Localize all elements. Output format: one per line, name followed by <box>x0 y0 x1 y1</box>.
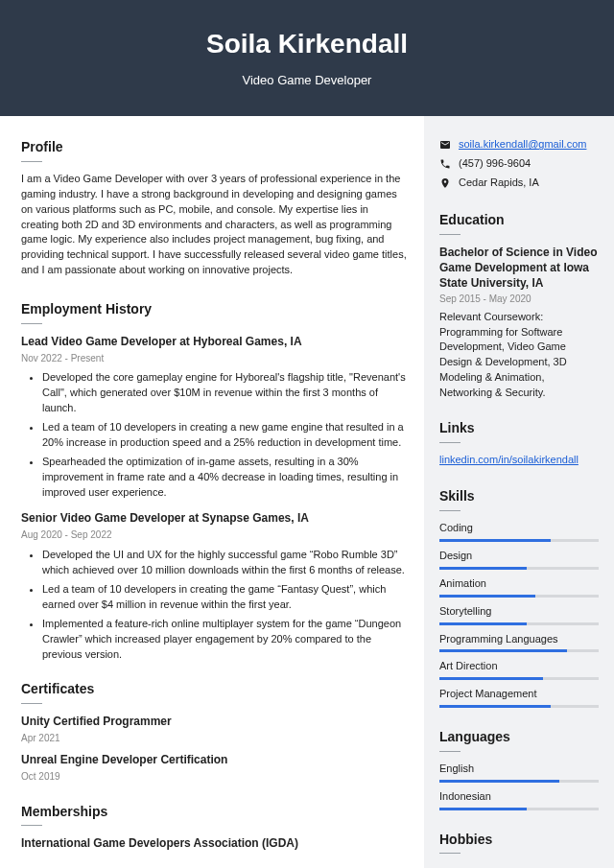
skill-bar-fill <box>439 567 527 570</box>
location-icon <box>439 177 451 189</box>
language-bar-fill <box>439 780 559 783</box>
employment-heading: Employment History <box>21 299 407 318</box>
certificate-entry: Unreal Engine Developer Certification Oc… <box>21 752 407 785</box>
rule <box>439 751 460 752</box>
bullet: Developed the core gameplay engine for H… <box>42 370 407 416</box>
language-bar-fill <box>439 808 527 810</box>
skill-bar <box>439 622 599 625</box>
skill-name: Animation <box>439 576 599 592</box>
job-bullets: Developed the UI and UX for the highly s… <box>21 548 407 663</box>
rule <box>21 161 42 162</box>
language-name: English <box>439 762 599 777</box>
skill-bar-fill <box>439 705 551 708</box>
skill-row: Programming Languages <box>439 632 599 653</box>
bullet: Implemented a feature-rich online multip… <box>42 617 407 663</box>
skill-bar <box>439 567 599 570</box>
rule <box>439 510 460 511</box>
profile-text: I am a Video Game Developer with over 3 … <box>21 172 407 279</box>
skills-heading: Skills <box>439 486 599 505</box>
skill-bar <box>439 677 599 680</box>
certificate-date: Apr 2021 <box>21 732 407 746</box>
hobbies-heading: Hobbies <box>439 830 599 849</box>
contact-location-row: Cedar Rapids, IA <box>439 176 599 191</box>
skill-row: Art Direction <box>439 659 599 680</box>
links-heading: Links <box>439 418 599 437</box>
skill-row: Animation <box>439 576 599 598</box>
phone-icon <box>439 158 451 170</box>
job-title: Senior Video Game Developer at Synapse G… <box>21 510 407 527</box>
skill-bar <box>439 705 599 708</box>
job-entry: Lead Video Game Developer at Hyboreal Ga… <box>21 334 407 501</box>
skill-bar-fill <box>439 677 543 680</box>
language-row: Indonesian <box>439 789 599 810</box>
contact-location: Cedar Rapids, IA <box>459 176 539 191</box>
main-column: Profile I am a Video Game Developer with… <box>0 116 424 868</box>
skill-name: Programming Languages <box>439 632 599 647</box>
skill-name: Art Direction <box>439 659 599 674</box>
job-title: Lead Video Game Developer at Hyboreal Ga… <box>21 334 407 350</box>
job-dates: Nov 2022 - Present <box>21 352 407 366</box>
job-entry: Senior Video Game Developer at Synapse G… <box>21 510 407 662</box>
rule <box>439 234 460 235</box>
bullet: Led a team of 10 developers in creating … <box>42 582 407 613</box>
person-name: Soila Kirkendall <box>10 25 604 64</box>
skill-row: Design <box>439 549 599 570</box>
skill-bar-fill <box>439 539 551 542</box>
job-dates: Aug 2020 - Sep 2022 <box>21 528 407 543</box>
language-row: English <box>439 762 599 783</box>
skill-row: Coding <box>439 521 599 542</box>
contact-email-row: soila.kirkendall@gmail.com <box>439 137 599 152</box>
sidebar-column: soila.kirkendall@gmail.com (457) 996-960… <box>424 116 614 868</box>
education-desc: Relevant Coursework: Programming for Sof… <box>439 310 599 402</box>
person-title: Video Game Developer <box>10 72 604 90</box>
education-degree: Bachelor of Science in Video Game Develo… <box>439 245 599 292</box>
job-bullets: Developed the core gameplay engine for H… <box>21 370 407 501</box>
memberships-heading: Memberships <box>21 802 407 821</box>
header-banner: Soila Kirkendall Video Game Developer <box>0 0 614 116</box>
contact-phone: (457) 996-9604 <box>459 156 531 172</box>
bullet: Developed the UI and UX for the highly s… <box>42 548 407 578</box>
skill-name: Storytelling <box>439 604 599 620</box>
skill-name: Project Management <box>439 687 599 702</box>
education-dates: Sep 2015 - May 2020 <box>439 293 599 307</box>
skill-bar <box>439 649 599 652</box>
certificate-title: Unity Certified Programmer <box>21 714 407 730</box>
rule <box>21 825 42 826</box>
certificates-heading: Certificates <box>21 679 407 698</box>
membership-title: International Game Developers Associatio… <box>21 835 407 852</box>
bullet: Spearheaded the optimization of in-game … <box>42 455 407 501</box>
rule <box>439 442 460 443</box>
language-bar <box>439 808 599 810</box>
certificate-title: Unreal Engine Developer Certification <box>21 752 407 768</box>
rule <box>21 703 42 704</box>
contact-phone-row: (457) 996-9604 <box>439 156 599 172</box>
skill-name: Design <box>439 549 599 564</box>
skill-bar <box>439 539 599 542</box>
skill-bar-fill <box>439 595 535 598</box>
certificate-date: Oct 2019 <box>21 770 407 785</box>
contact-email[interactable]: soila.kirkendall@gmail.com <box>459 137 586 152</box>
skill-bar-fill <box>439 649 567 652</box>
skill-bar <box>439 595 599 598</box>
skill-name: Coding <box>439 521 599 536</box>
profile-heading: Profile <box>21 137 407 156</box>
certificate-entry: Unity Certified Programmer Apr 2021 <box>21 714 407 746</box>
skill-row: Storytelling <box>439 604 599 625</box>
language-name: Indonesian <box>439 789 599 805</box>
languages-heading: Languages <box>439 727 599 746</box>
rule <box>21 323 42 324</box>
link-item[interactable]: linkedin.com/in/soilakirkendall <box>439 454 579 465</box>
skill-bar-fill <box>439 622 527 625</box>
education-heading: Education <box>439 210 599 229</box>
language-bar <box>439 780 599 783</box>
email-icon <box>439 139 451 151</box>
rule <box>439 853 460 854</box>
skill-row: Project Management <box>439 687 599 708</box>
bullet: Led a team of 10 developers in creating … <box>42 420 407 451</box>
